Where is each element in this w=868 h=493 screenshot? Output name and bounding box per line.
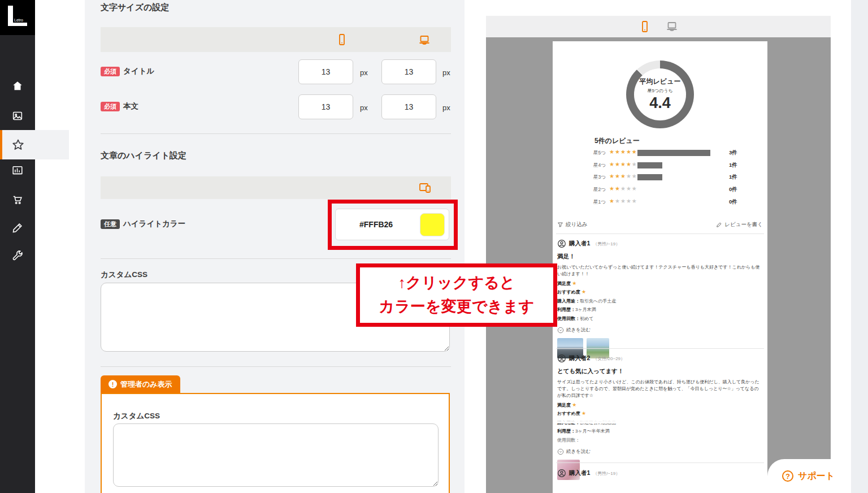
person-icon [557,469,566,478]
phone-icon [335,33,349,46]
sidebar-item-edit[interactable] [0,214,35,241]
optional-badge: 任意 [101,219,120,229]
preview-device-toggle [486,16,831,37]
unit-label: px [442,103,450,112]
distribution-row: 星1つ ★★★★★ 0件 [593,198,757,206]
unit-label: px [360,68,368,77]
row-label-title: タイトル [123,66,154,76]
review-item-3: 購入者1 （男性/~19） [557,469,763,478]
annotation-callout: ↑クリックすると カラーを変更できます [356,263,557,327]
pencil-icon [716,222,722,228]
write-review-button[interactable]: レビューを書く [716,221,763,228]
home-icon [11,80,24,92]
review-field: 使用回数：初めて [557,315,763,322]
dist-label: 星1つ [593,199,606,206]
average-rating-donut: 平均レビュー 星5つのうち 4.4 [626,60,694,128]
stars-icon: ★★★★★ [609,173,637,179]
star-icon: ★ [572,402,576,408]
admin-only-tab: ! 管理者のみ表示 [101,375,180,393]
admin-only-box: カスタムCSS [101,393,450,493]
filter-button[interactable]: 絞り込み [557,221,587,228]
sidebar-item-tools[interactable] [0,242,35,269]
stars-icon: ★★★★★ [609,149,637,155]
phone-preview-toggle-icon[interactable] [638,20,652,33]
sidebar-item-analytics[interactable] [0,157,35,184]
dist-label: 星3つ [593,174,606,181]
dist-count: 1件 [729,174,737,181]
svg-text:Letro: Letro [14,18,23,22]
average-rating-value: 4.4 [649,94,671,112]
device-header-row [101,27,451,52]
dist-count: 0件 [729,198,737,206]
review-field: 利用歴：3ヶ月未満 [557,306,763,313]
sidebar-item-cart[interactable] [0,186,35,213]
chevron-down-circle-icon [557,448,564,455]
review-header: 購入者1 （男性/~19） [557,239,763,248]
letro-logo[interactable]: Letro [0,0,35,35]
divider [556,462,764,463]
section-title-text-size: 文字サイズの設定 [101,2,169,13]
reviewer-meta: （男性/~19） [593,241,620,247]
laptop-icon [418,33,431,47]
sidebar-item-home[interactable] [0,72,35,100]
required-badge: 必須 [101,102,120,111]
star-icon: ★ [572,280,576,286]
person-icon [557,239,566,248]
collapse-fade-overlay [553,414,758,423]
body-size-pc-input[interactable] [381,94,436,119]
star-icon [11,138,25,152]
annotation-line1: ↑クリックすると [398,271,515,295]
person-icon [557,354,566,363]
section-title-highlight: 文章のハイライト設定 [101,150,186,161]
scrollbar-track[interactable] [851,0,868,493]
support-button[interactable]: ? サポート [767,459,851,493]
review-header: 購入者1 （男性/~19） [557,469,763,478]
dist-bar [637,174,662,180]
unit-label: px [442,68,450,77]
chevron-down-circle-icon [557,327,564,334]
unit-label: px [360,103,368,112]
sidebar-item-reviews[interactable] [0,130,69,159]
review-count-title: 5件のレビュー [594,136,640,146]
title-size-sp-input[interactable] [298,59,353,84]
review-body: お祝いでいただいてからずっと使い続けてます！テクスチャーも香りも大好きです！これ… [557,264,763,278]
reviewer-meta: （女性/20~29） [593,356,625,362]
laptop-preview-toggle-icon[interactable] [665,20,679,33]
row-label-body: 本文 [123,101,138,111]
sidebar-item-media[interactable] [0,102,35,129]
annotation-highlight-frame [328,200,458,250]
review-toolbar: 絞り込み レビューを書く [557,221,763,230]
question-icon: ? [782,470,793,482]
cart-icon [11,193,24,206]
distribution-row: 星2つ ★★★★★ 0件 [593,185,757,193]
dist-label: 星2つ [593,187,606,193]
preview-panel: 平均レビュー 星5つのうち 4.4 5件のレビュー 星5つ ★★★★★ 3件 星… [486,16,831,493]
annotation-line2: カラーを変更できます [379,295,534,319]
admin-custom-css-textarea[interactable] [113,423,439,487]
exclamation-icon: ! [108,380,117,388]
review-header: 購入者2 （女性/20~29） [557,354,763,363]
admin-only-label: 管理者のみ表示 [120,379,172,390]
divider [556,233,764,234]
read-more-link[interactable]: 続きを読む [557,327,763,334]
read-more-link[interactable]: 続きを読む [557,448,763,455]
custom-css-label: カスタムCSS [101,270,147,280]
reviewer-meta: （男性/~19） [593,470,620,477]
dist-label: 星5つ [593,150,606,157]
body-size-sp-input[interactable] [298,94,353,119]
settings-panel: 文字サイズの設定 必須 タイトル px px 必須 本文 px px 文章のハイ… [85,0,465,493]
review-field: 利用歴：3ヶ月〜半年未満 [557,428,763,434]
review-title: 満足！ [557,253,763,261]
stars-icon: ★★★★★ [609,198,637,204]
write-review-label: レビューを書く [724,221,763,228]
title-size-pc-input[interactable] [381,59,436,84]
dist-count: 0件 [729,186,737,193]
reviewer-name: 購入者1 [569,240,590,248]
divider [101,133,451,134]
rating-satisfaction: 満足度 ★ [557,402,763,408]
review-body: サイズは思ってたより小さいけど、このお値段であれば、持ち運びも便利だし、購入して… [557,379,763,399]
funnel-icon [557,222,563,228]
donut-title: 平均レビュー [640,77,681,87]
donut-center: 平均レビュー 星5つのうち 4.4 [634,68,686,120]
sidebar: Letro [0,0,35,493]
